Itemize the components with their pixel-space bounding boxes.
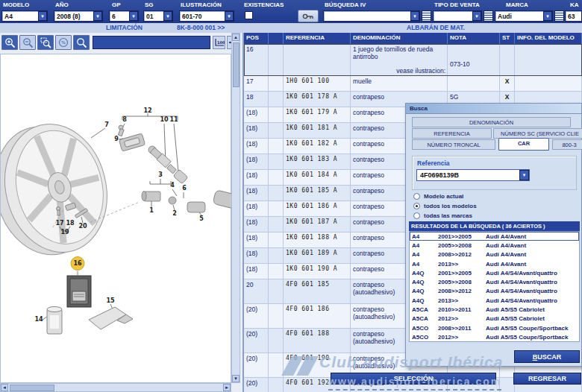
sg-combo[interactable]: 01 ▼ [143, 10, 173, 22]
callout-12[interactable]: 12 [143, 107, 151, 114]
scroll-left-icon[interactable]: ◄ [1, 384, 8, 391]
limitacion-value: 8K-8-000 001 >> [177, 24, 225, 31]
tab-numero-sc[interactable]: NÚMERO SC (SERVICIO CLIE [493, 128, 582, 139]
table-row[interactable]: 161 juego de tornillos de ruedaantirrobo… [244, 44, 582, 76]
zoom-100-button[interactable]: % [55, 35, 72, 50]
zoom-in-button[interactable] [1, 35, 18, 50]
callout-6[interactable]: 6 [182, 185, 187, 192]
callout-11[interactable]: 11 [169, 116, 178, 123]
callout-1[interactable]: 1 [149, 207, 154, 214]
vertical-scrollbar[interactable]: ▲ ▼ [231, 33, 240, 383]
result-row[interactable]: A4Q2001>>2005Audi A4/S4/Avant/quattro [410, 268, 579, 277]
callout-20[interactable]: 20 [78, 223, 87, 230]
result-row[interactable]: A42008>>2012Audi A4/Avant [410, 250, 579, 259]
result-row[interactable]: A4Q2005>>2008Audi A4/S4/Avant/quattro [410, 277, 579, 286]
chevron-down-icon[interactable]: ▼ [472, 11, 481, 21]
result-row[interactable]: A4Q2013>>Audi A4/S4/Avant/quattro [410, 296, 579, 305]
tab-car[interactable]: CAR [498, 138, 549, 151]
callout-5[interactable]: 5 [199, 215, 204, 222]
callout-9[interactable]: 9 [114, 136, 119, 142]
tab-numero-troncal[interactable]: NÚMERO TRONCAL [412, 139, 495, 150]
result-row[interactable]: A5CA2010>>2011Audi A5/S5 Cabriolet [410, 305, 579, 314]
zoom-100-icon: % [58, 37, 69, 48]
radio-todos-los-modelos[interactable]: todos los modelos [413, 201, 477, 210]
referencia-combo[interactable]: 4F0698139B ▼ [416, 169, 530, 181]
chevron-down-icon[interactable]: ▼ [225, 11, 234, 21]
marca-list-icon[interactable] [554, 10, 564, 22]
callout-16[interactable]: 16 [73, 260, 82, 267]
scale-100-button[interactable]: 100 [213, 36, 225, 49]
callout-7[interactable]: 7 [104, 121, 109, 128]
scroll-down-icon[interactable]: ▼ [232, 375, 240, 382]
key-icon [302, 13, 314, 20]
ano-combo[interactable]: 2008 (8) ▼ [54, 10, 103, 22]
zoom-lens-button[interactable] [73, 35, 90, 50]
tipo-venta-combo[interactable]: ▼ [433, 10, 482, 22]
chevron-down-icon[interactable]: ▼ [93, 11, 102, 21]
result-row[interactable]: A42005>>2008Audi A4/Avant [410, 241, 579, 250]
radio-icon[interactable] [413, 203, 420, 209]
tab-800-3[interactable]: 800-3 [552, 139, 582, 150]
callout-8[interactable]: 8 [122, 116, 127, 123]
dialog-title-bar[interactable]: Busca [406, 104, 581, 114]
zoom-in-icon [4, 37, 16, 48]
svg-text:%: % [61, 40, 66, 45]
zoom-out-button[interactable] [19, 35, 36, 50]
scroll-up-icon[interactable]: ▲ [232, 34, 240, 41]
zoom-window-button[interactable] [37, 35, 54, 50]
ka-field[interactable]: 63 [565, 10, 582, 22]
buscar-button[interactable]: BUSCAR [514, 350, 580, 363]
chevron-down-icon[interactable]: ▼ [519, 170, 529, 180]
modelo-combo[interactable]: A4 ▼ [1, 10, 48, 22]
chevron-down-icon[interactable]: ▼ [163, 11, 172, 21]
radio-todas-las-marcas[interactable]: todas las marcas [413, 211, 472, 220]
result-row[interactable]: A5CO2008>>2011Audi A5/S5 Coupe/Sportback [410, 323, 579, 332]
result-row[interactable]: A5CA2012>>Audi A5/S5 Cabriolet [410, 314, 579, 323]
callout-15[interactable]: 15 [106, 297, 115, 304]
busqueda-iv-combo[interactable]: ▼ [323, 10, 420, 22]
result-row[interactable]: A42013>>Audi A4/Avant [410, 259, 579, 268]
tab-referencia[interactable]: REFERENCIA [412, 128, 492, 139]
scroll-right-icon[interactable]: ► [223, 384, 231, 391]
gp-combo[interactable]: 6 ▼ [109, 10, 139, 22]
chevron-down-icon[interactable]: ▼ [410, 11, 419, 21]
magnifier-icon [76, 37, 87, 48]
chevron-down-icon[interactable]: ▼ [543, 11, 552, 21]
radio-modelo-actual[interactable]: Modelo actual [413, 192, 463, 200]
tab-denominacion[interactable]: DENOMINACIÓN [412, 117, 571, 127]
result-row[interactable]: A42001>>2005Audi A4/Avant [410, 232, 579, 241]
marca-combo[interactable]: Audi ▼ [495, 10, 553, 22]
seleccion-button[interactable]: SELECCIÓN [331, 373, 496, 385]
regresar-button[interactable]: REGRESAR [513, 373, 581, 385]
key-button[interactable] [298, 10, 319, 22]
horizontal-scrollbar[interactable]: ◄ ► [0, 383, 231, 392]
callout-10[interactable]: 10 [160, 116, 169, 123]
callout-3[interactable]: 3 [158, 171, 163, 178]
callout-2[interactable]: 2 [172, 210, 177, 217]
hscroll-thumb[interactable] [10, 385, 54, 391]
ilustracion-combo[interactable]: 601-70 ▼ [179, 10, 234, 22]
referencia-label: Referencia [417, 159, 449, 167]
buscar-label: USCAR [537, 353, 561, 361]
callout-19[interactable]: 19 [60, 229, 69, 235]
radio-icon[interactable] [413, 193, 420, 200]
callout-17[interactable]: 17 [55, 220, 63, 227]
chevron-down-icon[interactable]: ▼ [38, 11, 47, 21]
radio-icon[interactable] [413, 212, 420, 219]
vscroll-thumb[interactable] [233, 42, 240, 87]
busqueda-iv-list-icon[interactable] [422, 10, 431, 22]
callout-4[interactable]: 4 [170, 182, 175, 189]
chevron-down-icon[interactable]: ▼ [129, 11, 138, 21]
callout-18[interactable]: 18 [66, 220, 75, 227]
tipo-venta-list-icon[interactable] [484, 10, 493, 22]
ilustracion-label: ILUSTRACIÓN [181, 1, 222, 8]
result-row[interactable]: A5CO2012>>Audi A5/S5 Coupe/Sportback [410, 332, 579, 341]
parts-table-header: POS REFERENCIA DENOMINACIÓN NOTA ST INFO… [244, 33, 582, 44]
col-referencia: REFERENCIA [284, 33, 351, 44]
svg-text:100: 100 [217, 40, 225, 45]
table-row[interactable]: 171H0 601 100muelleX [244, 76, 582, 92]
result-row[interactable]: A4Q2008>>2012Audi A4/S4/Avant/quattro [410, 287, 579, 296]
illustration-canvas[interactable]: 12810117934612517181920161415 [0, 54, 231, 383]
existencias-checkbox[interactable] [245, 11, 253, 19]
callout-14[interactable]: 14 [34, 316, 43, 323]
